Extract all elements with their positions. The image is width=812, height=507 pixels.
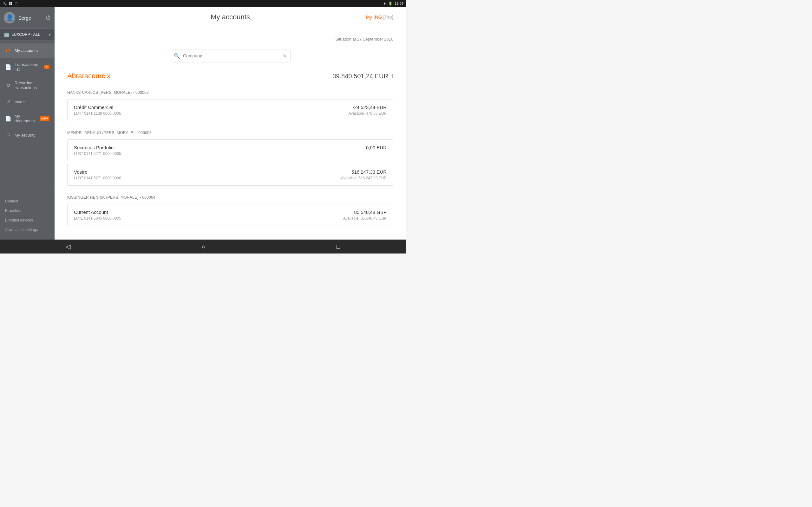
- account-available: Available: 516.247,33 EUR: [341, 176, 387, 180]
- info-icon[interactable]: ℹ: [392, 73, 393, 79]
- recurring-icon: ↺: [5, 82, 11, 89]
- status-icons-right: ▼ 🔋 15:07: [383, 2, 403, 6]
- person-label: MENDEL ARNAUD (PERS. MORALE) - 000003: [67, 129, 393, 137]
- documents-new-badge: NEW: [40, 116, 49, 121]
- account-info: VostroLU37 0141 5271 0000 0006: [74, 169, 121, 180]
- security-icon: 🛡: [5, 132, 11, 138]
- account-card[interactable]: VostroLU37 0141 5271 0000 0006516.247,33…: [67, 164, 393, 186]
- account-info: Current AccountLU41 0141 5045 0000 0005: [74, 210, 121, 221]
- company-title[interactable]: Abraracourcix: [67, 72, 110, 80]
- avatar: 👤: [4, 12, 15, 23]
- sidebar-item-recurring-transactions[interactable]: ↺ Recurring transactions: [0, 76, 55, 95]
- document-icon: 📄: [5, 64, 11, 70]
- account-info: Securities PortfolioLU37 0141 5271 0000 …: [74, 145, 121, 156]
- account-balance: 0,00 EUR: [366, 145, 387, 150]
- main-content: My accounts My ING [Pro] Situation at 27…: [55, 7, 406, 239]
- person-label: HANKS CARLOS (PERS. MORALE) - 000002: [67, 89, 393, 97]
- sidebar-footer: Contact Branches Enrolled devices Applic…: [0, 191, 55, 239]
- account-name: Current Account: [74, 210, 121, 215]
- top-header: My accounts My ING [Pro]: [55, 7, 406, 27]
- sidebar-branches-link[interactable]: Branches: [0, 206, 55, 216]
- invest-icon: ↗: [5, 99, 11, 105]
- sidebar-item-label: My security: [14, 133, 49, 137]
- sidebar-item-label: My documents: [14, 114, 37, 123]
- wrench-icon: 🔧: [3, 2, 7, 6]
- sidebar-enrolled-devices-link[interactable]: Enrolled devices: [0, 216, 55, 225]
- pro-label: [Pro]: [383, 14, 393, 20]
- company-groups: Abraracourcix39.840.501,24 EURℹHANKS CAR…: [67, 72, 393, 226]
- accounts-icon: 🗂: [5, 48, 11, 53]
- search-container: 🔍 ✕: [170, 49, 291, 62]
- account-balance: -24.523,44 EUR: [348, 105, 387, 110]
- account-amount: 85.548,48 GBPAvailable: 85.548,48 GBP: [343, 210, 387, 221]
- transactions-badge: 8: [44, 65, 49, 69]
- situation-date: Situation at 27 September 2016: [67, 37, 393, 42]
- sidebar-contact-link[interactable]: Contact: [0, 196, 55, 206]
- company-selector-left: 🏢 LUXCORP - ALL: [4, 32, 40, 37]
- recent-apps-button[interactable]: □: [330, 242, 347, 251]
- account-name: Securities Portfolio: [74, 145, 121, 150]
- sidebar-app-settings-link[interactable]: Application settings: [0, 225, 55, 234]
- back-button[interactable]: ◁: [59, 241, 77, 251]
- image-icon: 🖼: [9, 2, 12, 5]
- person-group: MENDEL ARNAUD (PERS. MORALE) - 000003Sec…: [67, 129, 393, 186]
- account-info: Crédit CommercialLU47 0141 1138 0000 000…: [74, 105, 121, 116]
- sidebar-item-my-accounts[interactable]: 🗂 My accounts: [0, 43, 55, 58]
- account-amount: 0,00 EUR: [366, 145, 387, 150]
- sidebar-item-invest[interactable]: ↗ Invest: [0, 95, 55, 109]
- sidebar-user: 👤 Serge: [4, 12, 31, 23]
- phone-icon: 📱: [14, 2, 19, 6]
- account-balance: 85.548,48 GBP: [343, 210, 387, 215]
- account-iban: LU47 0141 1138 0000 0006: [74, 111, 121, 116]
- account-balance: 516.247,33 EUR: [341, 169, 387, 175]
- bottom-nav-bar: ◁ ○ □: [0, 239, 406, 253]
- sidebar-item-label: Recurring transactions: [14, 80, 49, 90]
- account-card[interactable]: Current AccountLU41 0141 5045 0000 00058…: [67, 204, 393, 226]
- sidebar-item-my-documents[interactable]: 📄 My documents NEW: [0, 109, 55, 128]
- time-display: 15:07: [395, 2, 403, 5]
- content-area: Situation at 27 September 2016 🔍 ✕ Abrar…: [55, 27, 406, 239]
- battery-icon: 🔋: [388, 2, 393, 6]
- person-label: KISSINGER HENRIK (PERS. MORALE) - 000004: [67, 193, 393, 202]
- account-iban: LU41 0141 5045 0000 0005: [74, 216, 121, 221]
- person-group: HANKS CARLOS (PERS. MORALE) - 000002Créd…: [67, 89, 393, 121]
- home-button[interactable]: ○: [195, 242, 212, 251]
- page-title: My accounts: [176, 13, 285, 21]
- account-iban: LU37 0141 5271 0000 0006: [74, 176, 121, 180]
- wifi-icon: ▼: [383, 2, 387, 5]
- status-icons-left: 🔧 🖼 📱: [3, 2, 19, 6]
- sidebar-username: Serge: [18, 15, 31, 20]
- account-available: Available: 476,56 EUR: [348, 111, 387, 116]
- power-icon[interactable]: ⏻: [46, 15, 51, 20]
- my-ing-link[interactable]: My ING [Pro]: [366, 14, 393, 20]
- sidebar-item-label: My accounts: [14, 48, 49, 53]
- app-container: 👤 Serge ⏻ 🏢 LUXCORP - ALL ▾ 🗂 My account…: [0, 7, 406, 239]
- sidebar-item-label: Transactions list: [14, 62, 41, 72]
- sidebar-item-transactions-list[interactable]: 📄 Transactions list 8: [0, 58, 55, 76]
- my-ing-label: My ING: [366, 14, 382, 20]
- sidebar: 👤 Serge ⏻ 🏢 LUXCORP - ALL ▾ 🗂 My account…: [0, 7, 55, 239]
- sidebar-item-label: Invest: [14, 100, 49, 104]
- search-icon: 🔍: [174, 53, 180, 59]
- search-input[interactable]: [170, 49, 291, 62]
- account-iban: LU37 0141 5271 0000 0005: [74, 152, 121, 156]
- account-card[interactable]: Securities PortfolioLU37 0141 5271 0000 …: [67, 139, 393, 161]
- account-name: Crédit Commercial: [74, 105, 121, 110]
- status-bar: 🔧 🖼 📱 ▼ 🔋 15:07: [0, 0, 406, 7]
- company-name: LUXCORP - ALL: [12, 32, 40, 37]
- search-clear-button[interactable]: ✕: [283, 53, 287, 59]
- account-amount: 516.247,33 EURAvailable: 516.247,33 EUR: [341, 169, 387, 180]
- account-amount: -24.523,44 EURAvailable: 476,56 EUR: [348, 105, 387, 116]
- sidebar-header: 👤 Serge ⏻: [0, 7, 55, 29]
- user-icon: 👤: [6, 14, 14, 21]
- account-available: Available: 85.548,48 GBP: [343, 216, 387, 221]
- nav-section: 🗂 My accounts 📄 Transactions list 8 ↺ Re…: [0, 41, 55, 145]
- person-group: KISSINGER HENRIK (PERS. MORALE) - 000004…: [67, 193, 393, 226]
- building-icon: 🏢: [4, 32, 9, 37]
- company-selector[interactable]: 🏢 LUXCORP - ALL ▾: [0, 29, 55, 41]
- chevron-down-icon: ▾: [49, 32, 51, 37]
- sidebar-item-my-security[interactable]: 🛡 My security: [0, 128, 55, 142]
- account-card[interactable]: Crédit CommercialLU47 0141 1138 0000 000…: [67, 99, 393, 121]
- account-name: Vostro: [74, 169, 121, 175]
- documents-icon: 📄: [5, 116, 11, 122]
